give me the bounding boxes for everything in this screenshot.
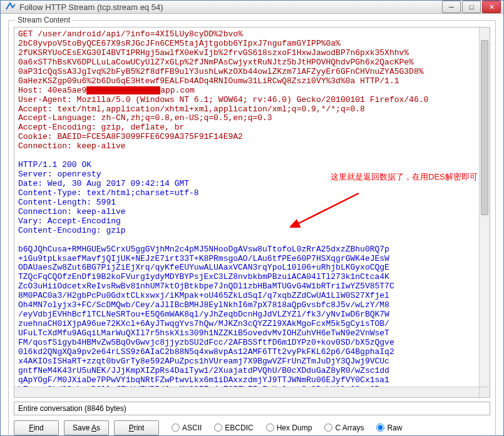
scrollbar-vertical[interactable]: [479, 28, 490, 387]
maximize-button[interactable]: □: [462, 1, 481, 13]
response-block: HTTP/1.1 200 OK Server: openresty Date: …: [18, 161, 483, 394]
resp-body-line: 8M0PAC0a3/H2gbPcPu0GdxtCLkxwxj/iKMpak+oU…: [18, 292, 483, 301]
titlebar: Follow HTTP Stream (tcp.stream eq 54) ─ …: [1, 1, 503, 14]
req-line: 0aHezKSZgp09u6%2b6Du6qE3Htewf9EALFb4ADq4…: [18, 77, 483, 86]
resp-clen: Content-Length: 5991: [18, 198, 483, 208]
req-line: 0a6xST7hBsKV6DPLLuLaCowUCyUlZ7xGLp%2fJNm…: [18, 58, 483, 68]
req-conn: Connection: keep-alive: [18, 142, 483, 151]
content-area: Stream Content GET /user/android/api/?in…: [1, 14, 503, 436]
redaction-box: [86, 86, 160, 94]
radio-carrays[interactable]: C Arrays: [324, 423, 364, 432]
conversation-row: [14, 402, 490, 415]
app-icon: [6, 2, 16, 12]
radio-hexdump[interactable]: Hex Dump: [266, 423, 312, 432]
button-row: FFindind Save As Print ASCII EBCDIC Hex …: [14, 420, 490, 435]
radio-raw[interactable]: Raw: [376, 423, 402, 432]
req-accept: Accept: text/html,application/xhtml+xml,…: [18, 105, 483, 114]
scrollbar-corner: [479, 387, 490, 397]
group-label: Stream Content: [15, 16, 73, 24]
find-button[interactable]: FFindind: [14, 420, 59, 435]
resp-body-line: gntfNeM4K43rU5uNEK/JJjKmpXIZpRs4DaiTyw1/…: [18, 367, 483, 376]
stream-text[interactable]: GET /user/android/api/?info=4XI5LUy8cyDD…: [14, 27, 490, 398]
resp-body-line: TZQcFqCQOfzEnDfi9B2koFVurg1ydyMDYBYPsjEx…: [18, 273, 483, 282]
resp-ctype: Content-Type: text/html;charset=utf-8: [18, 189, 483, 198]
window-title: Follow HTTP Stream (tcp.stream eq 54): [19, 3, 442, 12]
resp-body-line: UFuLTcXdMfu9AGqiLMarWuQXIl7r5hskXis309h1…: [18, 329, 483, 338]
req-cookie: Cookie: BAEID=FCE5A8F3099FFE6C99A375F91F…: [18, 133, 483, 142]
resp-body-line: FM/qosfSigyb4HBMvZw5BqOvGwvjc8jjyzbSU2dF…: [18, 338, 483, 348]
resp-cenc: Content-Encoding: gzip: [18, 226, 483, 236]
resp-body-line: qApYOgF/M0JXiaDe7PPwVY1bqNRtFZwPtwvLkx6m…: [18, 376, 483, 385]
window-buttons: ─ □ ✕: [442, 1, 501, 13]
req-ua: User-Agent: Mozilla/5.0 (Windows NT 6.1;…: [18, 96, 483, 105]
resp-body-line: x4AKIOsISHaRT+zzqt0bvGrTy8e592APuZpcs1hV…: [18, 357, 483, 367]
resp-status: HTTP/1.1 200 OK: [18, 161, 483, 170]
stream-content-group: Stream Content GET /user/android/api/?in…: [8, 20, 496, 436]
resp-body-line: +iGu9tpLksaefMavfjQIjUK+NEJzE7irt33T+K8P…: [18, 255, 483, 264]
req-line: GET /user/android/api/?info=4XI5LUy8cyDD…: [18, 30, 483, 39]
req-line: 0aP31cQqSsA3JgIvq%2bFyB5%2f8dfFB9ulY3ush…: [18, 68, 483, 77]
window: Follow HTTP Stream (tcp.stream eq 54) ─ …: [0, 0, 504, 436]
minimize-button[interactable]: ─: [442, 1, 461, 13]
resp-body-line: 0l6kd2QNgXQa9pv2e64rLSS9z6AIaC2b88N5q4xw…: [18, 348, 483, 357]
req-line: 2fUKSRYUoCEsEXG30I4BVT1PRHgj5awlfX0eKvIj…: [18, 49, 483, 58]
request-block: GET /user/android/api/?info=4XI5LUy8cyDD…: [18, 30, 483, 151]
resp-body-line: zuehnaCH0iXjpA96ue72KXcl+6AyJTwqgYvs7hQw…: [18, 320, 483, 329]
annotation-text: 这里就是返回数据了，在用DES解密即可: [331, 173, 478, 182]
resp-conn: Connection: keep-alive: [18, 208, 483, 217]
conversation-select[interactable]: [14, 402, 490, 415]
req-accept-enc: Accept-Encoding: gzip, deflate, br: [18, 123, 483, 133]
radio-ascii[interactable]: ASCII: [172, 423, 202, 432]
resp-body-line: ZcO3uHiiOdcetxReIvsRwBv81nhUM7ktOjBtkbpe…: [18, 282, 483, 292]
print-button[interactable]: Print: [114, 420, 159, 435]
resp-body-line: Oh4MN7olyjx3+FC/ScDMQwb/Cey/aJlIBcBMHJ8E…: [18, 301, 483, 310]
resp-body-line: b6QJQhCusa+RMHGUEw5CrxU5ggGVjhMn2c4pMJ5N…: [18, 245, 483, 255]
resp-body-line: ODAUaesZw8Zut6BG7PijZiEjXrq/qyKfeEUYuwAL…: [18, 263, 483, 273]
saveas-button[interactable]: Save As: [64, 420, 109, 435]
encoding-radios: ASCII EBCDIC Hex Dump C Arrays Raw: [172, 423, 490, 432]
close-button[interactable]: ✕: [482, 1, 501, 13]
resp-body-line: /eyVdbjEVHhBcflTCLNeSRTou+E5Q6mWAK8ql/yJ…: [18, 310, 483, 320]
resp-vary: Vary: Accept-Encoding: [18, 217, 483, 226]
req-host: Host: 40ea5ae9app.com: [18, 86, 483, 96]
req-line: 2bC8yvpoV5toByQCE67X9sRJGcJFn6CEM5tajAjt…: [18, 39, 483, 49]
scrollbar-horizontal[interactable]: [14, 387, 479, 397]
radio-ebcdic[interactable]: EBCDIC: [214, 423, 253, 432]
req-accept-lang: Accept-Language: zh-CN,zh;q=0.8,en-US;q=…: [18, 114, 483, 123]
